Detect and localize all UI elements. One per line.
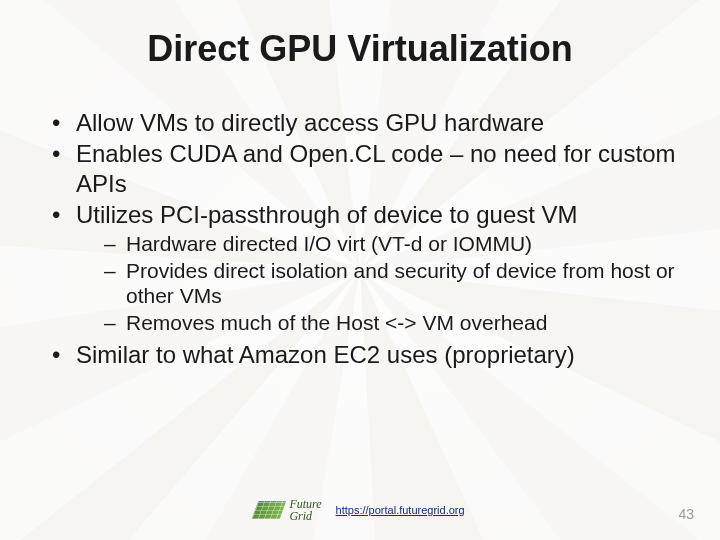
sub-bullet-item: Removes much of the Host <-> VM overhead xyxy=(104,310,678,336)
portal-url-link[interactable]: https://portal.futuregrid.org xyxy=(336,504,465,516)
page-number: 43 xyxy=(678,506,694,522)
bullet-item: Similar to what Amazon EC2 uses (proprie… xyxy=(52,340,678,369)
sub-bullet-item: Hardware directed I/O virt (VT-d or IOMM… xyxy=(104,231,678,257)
logo-line2: Grid xyxy=(289,510,321,522)
bullet-item: Enables CUDA and Open.CL code – no need … xyxy=(52,139,678,198)
sub-bullet-item: Provides direct isolation and security o… xyxy=(104,258,678,309)
logo-text: Future Grid xyxy=(289,498,321,522)
logo-grid-icon xyxy=(252,501,287,519)
futuregrid-logo: Future Grid xyxy=(255,498,321,522)
bullet-list: Allow VMs to directly access GPU hardwar… xyxy=(42,108,678,369)
sub-bullet-list: Hardware directed I/O virt (VT-d or IOMM… xyxy=(76,231,678,335)
bullet-text: Utilizes PCI-passthrough of device to gu… xyxy=(76,201,578,228)
bullet-item: Allow VMs to directly access GPU hardwar… xyxy=(52,108,678,137)
slide-title: Direct GPU Virtualization xyxy=(42,28,678,70)
bullet-item: Utilizes PCI-passthrough of device to gu… xyxy=(52,200,678,336)
slide-footer: Future Grid https://portal.futuregrid.or… xyxy=(0,498,720,522)
slide-content: Direct GPU Virtualization Allow VMs to d… xyxy=(0,0,720,369)
